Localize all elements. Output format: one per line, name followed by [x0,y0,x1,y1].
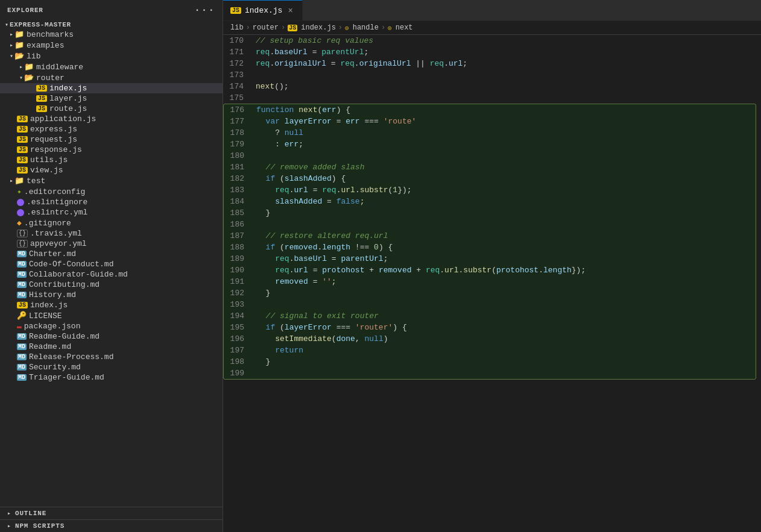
sidebar-item-benchmarks[interactable]: ▸ 📁 benchmarks [0,29,223,40]
folder-icon: 📁 [14,40,24,50]
line-number: 185 [224,207,254,219]
tree-item-label: request.js [30,135,77,144]
code-line: 197 return [224,345,756,356]
sidebar-item-lib[interactable]: ▾ 📂 lib [0,51,223,61]
sidebar-item-router-route[interactable]: JS route.js [0,104,223,114]
line-number: 193 [224,299,254,310]
js-file-icon: JS [36,105,47,112]
code-line: 184 slashAdded = false; [224,196,756,207]
sidebar-item-test[interactable]: ▸ 📁 test [0,175,223,186]
sidebar-item-eslintrc[interactable]: .eslintrc.yml [0,207,223,217]
code-line: 196 setImmediate(done, null) [224,333,756,345]
line-number: 190 [224,264,254,276]
code-line: 190 req.url = protohost + removed + req.… [224,264,756,276]
sidebar-item-release-process[interactable]: MD Release-Process.md [0,352,223,362]
tree-item-label: Release-Process.md [29,352,113,361]
line-number: 192 [224,287,254,299]
sidebar-item-root-index[interactable]: JS index.js [0,300,223,310]
tree-item-label: index.js [49,84,87,93]
line-number: 196 [224,333,254,345]
tree-item-label: middleware [36,63,83,72]
line-content: function next(err) { [254,104,756,116]
outline-label: OUTLINE [15,510,46,517]
code-line: 180 [224,150,756,161]
line-number: 188 [224,242,254,253]
md-icon: MD [17,333,27,340]
outline-section[interactable]: ▸ OUTLINE [0,507,223,519]
sidebar-item-middleware[interactable]: ▸ 📁 middleware [0,61,223,72]
sidebar-item-triager-guide[interactable]: MD Triager-Guide.md [0,372,223,383]
tab-bar: JS index.js × [223,0,761,21]
eslint-icon [17,199,24,206]
folder-open-icon: 📂 [14,51,24,61]
sidebar-item-editorconfig[interactable]: ✦ .editorconfig [0,186,223,197]
tab-index-js[interactable]: JS index.js × [223,0,303,21]
tree-root[interactable]: ▾ EXPRESS-MASTER [0,20,223,29]
js-file-icon: JS [17,126,28,133]
tree-item-label: History.md [29,290,76,299]
sidebar-item-security[interactable]: MD Security.md [0,362,223,372]
sidebar-item-travis[interactable]: {} .travis.yml [0,228,223,239]
sidebar-item-contributing[interactable]: MD Contributing.md [0,280,223,290]
sidebar-item-express[interactable]: JS express.js [0,124,223,134]
sidebar-item-readme[interactable]: MD Readme.md [0,342,223,352]
line-content: req.baseUrl = parentUrl; [254,253,756,264]
code-container: 170// setup basic req values171req.baseU… [223,35,761,392]
tab-close-button[interactable]: × [286,5,294,16]
line-number: 194 [224,310,254,322]
sidebar-item-collaborator-guide[interactable]: MD Collaborator-Guide.md [0,269,223,280]
tree-item-label: router [36,74,65,83]
sidebar-item-license[interactable]: 🔑 LICENSE [0,310,223,321]
code-area[interactable]: 170// setup basic req values171req.baseU… [223,35,761,532]
package-icon: ▬ [17,322,22,331]
sidebar-item-eslintignore[interactable]: .eslintignore [0,197,223,207]
chevron-right-icon: ▸ [19,63,23,70]
breadcrumb-part-handle: handle [353,23,379,32]
tree-item-label: application.js [30,114,96,124]
line-number: 199 [224,368,254,379]
tree-item-label: .travis.yml [30,229,82,238]
code-line: 188 if (removed.length !== 0) { [224,242,756,253]
sidebar-item-examples[interactable]: ▸ 📁 examples [0,40,223,51]
sidebar-item-gitignore[interactable]: ◆ .gitignore [0,217,223,228]
md-icon: MD [17,343,27,350]
tree-item-label: .eslintignore [27,198,87,207]
line-number: 184 [224,196,254,207]
tree-item-label: route.js [49,104,87,113]
chevron-down-icon: ▾ [5,21,8,28]
js-file-icon: JS [17,116,28,122]
md-icon: MD [17,271,27,278]
sidebar-item-code-of-conduct[interactable]: MD Code-Of-Conduct.md [0,259,223,269]
line-content: req.url = protohost + removed + req.url.… [254,264,756,276]
sidebar-item-view[interactable]: JS view.js [0,165,223,175]
sidebar-item-appveyor[interactable]: {} appveyor.yml [0,239,223,249]
tree-item-label: examples [27,41,64,50]
sidebar-item-package[interactable]: ▬ package.json [0,321,223,331]
tree-item-label: Readme-Guide.md [29,332,99,341]
sidebar-item-request[interactable]: JS request.js [0,134,223,145]
folder-icon: 📁 [24,62,34,72]
sidebar-item-charter[interactable]: MD Charter.md [0,249,223,259]
line-number: 170 [223,35,253,46]
sidebar-item-application[interactable]: JS application.js [0,114,223,124]
sidebar-more-icon[interactable]: ··· [194,5,215,16]
chevron-down-icon: ▾ [10,52,13,60]
tree-item-label: utils.js [30,155,68,164]
sidebar-item-history[interactable]: MD History.md [0,290,223,300]
sidebar-item-response[interactable]: JS response.js [0,145,223,155]
tree-item-label: benchmarks [27,30,74,39]
folder-icon: 📁 [14,30,24,39]
sidebar-title: Explorer [7,7,43,14]
line-content: // signal to exit router [254,310,756,322]
editorconfig-icon: ✦ [17,187,22,196]
code-line: 192 } [224,287,756,299]
line-number: 177 [224,116,254,127]
sidebar-item-router-index[interactable]: JS index.js [0,83,223,93]
sidebar-item-utils[interactable]: JS utils.js [0,155,223,165]
sidebar-item-readme-guide[interactable]: MD Readme-Guide.md [0,331,223,342]
code-line: 174next(); [223,81,761,92]
npm-scripts-section[interactable]: ▸ NPM SCRIPTS [0,519,223,532]
tree-item-label: layer.js [49,94,87,103]
sidebar-item-router[interactable]: ▾ 📂 router [0,72,223,83]
sidebar-item-router-layer[interactable]: JS layer.js [0,93,223,104]
